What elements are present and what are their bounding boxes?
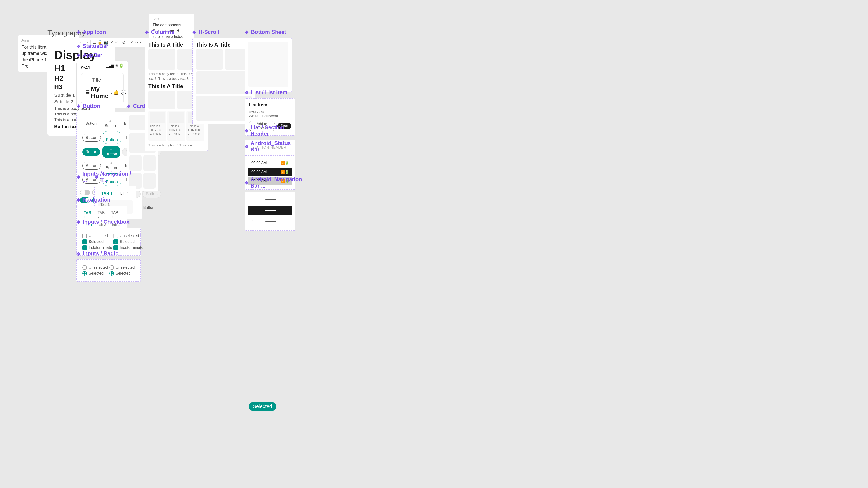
- status-icons: ▂▄▆ ❋ 🔋: [106, 64, 124, 68]
- rb-dot-1: [84, 272, 86, 274]
- cb-row-unselected-1: Unselected: [82, 234, 112, 238]
- plus-icon[interactable]: +: [127, 40, 129, 45]
- appbar-icons: 🔔 💬: [113, 90, 126, 95]
- an-header: ❖ Android_Navigation Bar ...: [245, 176, 296, 189]
- nav-tabs-diamond-icon: ❖: [94, 175, 98, 179]
- rb-label-unselected-2: Unselected: [116, 265, 135, 270]
- btn-outline-teal-1[interactable]: + Button: [103, 131, 121, 144]
- bell-icon[interactable]: 🔔: [113, 90, 119, 95]
- cb-check-1[interactable]: ✓: [82, 239, 87, 244]
- rb-uncheck-1[interactable]: [82, 265, 87, 270]
- toolbar-divider-2: [120, 40, 120, 44]
- chevron-right-icon[interactable]: ›: [134, 40, 135, 45]
- cb-uncheck-1[interactable]: [82, 234, 87, 238]
- rb-row-unselected-1: Unselected: [82, 265, 108, 270]
- circle-icon[interactable]: ⊙: [122, 40, 125, 45]
- rb-label-unselected-1: Unselected: [89, 265, 108, 270]
- check2-icon[interactable]: ✓: [115, 40, 118, 45]
- cb-uncheck-2[interactable]: [114, 234, 118, 238]
- btn-ghost-plus-4[interactable]: + Button: [103, 160, 120, 171]
- cb-label-indeterminate-2: Indeterminate: [120, 246, 143, 250]
- text-card-body-1: This is a body text 3. This is a...: [150, 124, 165, 140]
- btn-ghost-8[interactable]: Button: [140, 204, 157, 211]
- appbar-header: ❖ AppBar: [76, 52, 128, 58]
- btn-ghost-plus-1[interactable]: + Button: [101, 118, 119, 129]
- columns-text-card-1: This is a body text 3. This is a...: [148, 111, 166, 141]
- diamond-icon: ❖: [76, 30, 81, 34]
- toggle-off-1[interactable]: [80, 190, 90, 195]
- radio-container: Unselected Unselected Selected Sele: [76, 259, 141, 282]
- columns-diamond-icon: ❖: [145, 30, 149, 34]
- li-diamond-icon: ❖: [245, 90, 249, 95]
- cb-label-selected-2: Selected: [120, 239, 135, 244]
- appbar-frame: 9:41 ▂▄▆ ❋ 🔋 ← Title ☰ My Home ⌄ 🔔 �: [76, 61, 128, 108]
- an-back-icon-2[interactable]: ‹: [251, 219, 253, 223]
- android-nav-bar-dark: ‹: [248, 206, 292, 215]
- radio-grid: Unselected Unselected Selected Sele: [80, 263, 137, 278]
- chat-icon[interactable]: 💬: [121, 90, 126, 95]
- bs-label: Bottom Sheet: [251, 29, 286, 35]
- radio-diamond-icon: ❖: [76, 251, 81, 256]
- columns-card-3: [148, 91, 176, 109]
- card-label: Card: [133, 103, 145, 109]
- cb-indet-2[interactable]: −: [114, 246, 118, 250]
- appbar-label: AppBar: [83, 52, 102, 58]
- as-diamond-icon: ❖: [245, 144, 249, 149]
- x-icon[interactable]: ×: [131, 40, 133, 45]
- an-back-icon[interactable]: ‹: [251, 197, 253, 202]
- btn-outline-1[interactable]: Button: [82, 134, 101, 142]
- android-nav-section: ❖ Android_Navigation Bar ... ‹ ‹ ‹: [245, 176, 296, 231]
- nav-tabs-label: Navigation / T...: [100, 170, 136, 183]
- toggle-knob-1: [81, 190, 86, 195]
- android-time-2: 00:00 AM: [251, 170, 267, 174]
- list-item-subtitle: Everyday: White/Underwear: [249, 109, 291, 119]
- checkbox-diamond-icon: ❖: [76, 220, 81, 224]
- an-back-icon-dark[interactable]: ‹: [251, 208, 253, 213]
- hscroll-top-row: [196, 49, 252, 70]
- cb-check-2[interactable]: ✓: [114, 239, 118, 244]
- minus-icon[interactable]: −: [143, 40, 145, 45]
- card-item-3: [129, 155, 142, 171]
- text-card-img-1: [150, 112, 165, 123]
- columns-text-card-2: This is a body text 3. This is a...: [167, 111, 185, 141]
- columns-card-1: [148, 49, 176, 70]
- appbar-diamond-icon: ❖: [76, 53, 81, 57]
- columns-label: Columns: [151, 29, 174, 35]
- bs-content: [248, 41, 288, 87]
- cb-indet-1[interactable]: −: [82, 246, 87, 250]
- hscroll-diamond-icon: ❖: [192, 30, 197, 34]
- rb-check-2[interactable]: [110, 271, 114, 275]
- phone-time: 9:41: [81, 65, 90, 70]
- text-card-body-3: This is a body text 3. This is a...: [188, 124, 203, 140]
- check-icon[interactable]: ✓: [110, 40, 114, 45]
- nav-pill-light-2: [265, 221, 276, 222]
- rb-uncheck-2[interactable]: [110, 265, 114, 270]
- bottom-sheet-header: ❖ Bottom Sheet: [245, 29, 292, 35]
- an-diamond-icon: ❖: [245, 180, 249, 185]
- list-item-header: ❖ List / List Item: [245, 89, 296, 96]
- btn-outline-2[interactable]: Button: [82, 162, 101, 170]
- rb-row-unselected-2: Unselected: [110, 265, 135, 270]
- as-header: ❖ Android_Status Bar: [245, 140, 296, 153]
- btn-filled-teal-1[interactable]: Button: [82, 148, 100, 156]
- btn-filled-teal-2[interactable]: + Button: [102, 146, 120, 158]
- android-nav-bar-light: ‹: [248, 195, 292, 204]
- btn-ghost-1[interactable]: Button: [82, 120, 100, 127]
- button-diamond-icon: ❖: [76, 104, 81, 108]
- android-bar-2: 00:00 AM 📶🔋: [248, 168, 292, 176]
- cb-row-unselected-2: Unselected: [114, 234, 143, 238]
- card-diamond-icon: ❖: [127, 104, 131, 108]
- lsh-header: ❖ List / Section Header: [245, 124, 296, 137]
- appbar-inner: ← Title ☰ My Home ⌄ 🔔 💬: [81, 73, 124, 103]
- hscroll-card-1: [196, 49, 223, 70]
- bottom-sheet-container: [245, 38, 292, 92]
- bottom-sheet-section: ❖ Bottom Sheet: [245, 29, 292, 92]
- card-item-4: [143, 155, 156, 171]
- rb-check-1[interactable]: [82, 271, 87, 275]
- dots-icon[interactable]: ⋯: [137, 40, 141, 45]
- appbar-back-icon[interactable]: ←: [86, 77, 90, 83]
- radio-label: Inputs / Radio: [83, 250, 119, 257]
- radio-section: ❖ Inputs / Radio Unselected Unselected S…: [76, 250, 141, 282]
- selected-badge[interactable]: Selected: [249, 402, 276, 411]
- android-time-1: 00:00 AM: [251, 161, 267, 165]
